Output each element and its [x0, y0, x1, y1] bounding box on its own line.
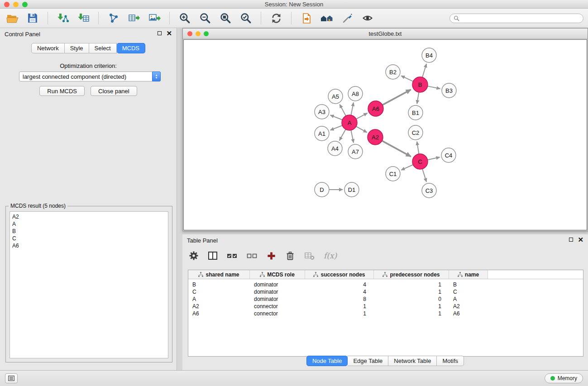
mcds-result-item[interactable]: A6 [10, 242, 168, 249]
task-history-button[interactable] [5, 373, 18, 383]
optimization-criterion-select[interactable]: largest connected component (directed) ▲… [19, 71, 161, 81]
zoom-out-button[interactable] [198, 11, 212, 25]
mcds-result-item[interactable]: A [10, 220, 168, 228]
mcds-result-item[interactable]: A2 [10, 213, 168, 220]
show-details-button[interactable] [361, 11, 374, 25]
home-button[interactable] [320, 11, 334, 25]
float-panel-icon[interactable] [158, 31, 162, 35]
graph-edge-B-B3[interactable] [428, 86, 440, 89]
graph-node-A1[interactable]: A1 [315, 126, 329, 141]
graph-edge-A-A8[interactable] [351, 103, 354, 115]
open-session-button[interactable] [5, 11, 19, 25]
minimize-window-button[interactable] [13, 2, 19, 7]
graph-node-B3[interactable]: B3 [442, 83, 456, 98]
graph-node-A4[interactable]: A4 [328, 141, 342, 156]
float-table-panel-icon[interactable] [569, 238, 573, 242]
table-row[interactable]: A2connector11A2 [188, 303, 583, 310]
graph-edge-C-C3[interactable] [422, 169, 426, 182]
network-canvas[interactable]: B4B2BB3A5A8A6B1A3AC2A1A2A4A7C1CC4C3DD1 [183, 39, 587, 230]
run-mcds-button[interactable]: Run MCDS [39, 86, 85, 96]
tab-select[interactable]: Select [89, 43, 117, 53]
select-all-button[interactable] [227, 252, 238, 260]
graph-node-D1[interactable]: D1 [344, 182, 359, 197]
memory-button[interactable]: Memory [545, 373, 583, 383]
graph-edge-C-C4[interactable] [428, 157, 440, 160]
graph-edge-B-B2[interactable] [401, 76, 413, 81]
graph-node-C3[interactable]: C3 [422, 183, 436, 198]
graph-edge-A-A5[interactable] [339, 105, 346, 116]
graph-edge-B-B1[interactable] [417, 92, 419, 104]
mcds-result-item[interactable]: B [10, 228, 168, 235]
graph-edge-A6-B[interactable] [382, 90, 411, 105]
delete-table-button[interactable] [304, 251, 315, 260]
table-row[interactable]: Cdominator41C [188, 288, 583, 295]
close-table-panel-icon[interactable]: ✕ [578, 237, 583, 242]
graph-node-B4[interactable]: B4 [422, 48, 436, 62]
zoom-network-window-button[interactable] [204, 31, 209, 36]
graph-edge-A-A2[interactable] [356, 126, 367, 132]
delete-column-button[interactable] [285, 251, 295, 261]
graph-node-C[interactable]: C [412, 154, 428, 169]
column-header-mcds-role[interactable]: MCDS role [250, 270, 305, 279]
refresh-button[interactable] [269, 11, 283, 25]
graph-edge-A-A4[interactable] [339, 129, 346, 141]
graph-edge-A2-C[interactable] [382, 141, 411, 157]
graph-node-A8[interactable]: A8 [348, 86, 363, 101]
zoom-fit-button[interactable] [219, 11, 232, 25]
tab-network[interactable]: Network [31, 43, 65, 53]
column-header-predecessor-nodes[interactable]: predecessor nodes [374, 270, 449, 279]
deselect-all-button[interactable] [247, 252, 258, 260]
graph-edge-A-A7[interactable] [351, 130, 354, 143]
graph-node-C4[interactable]: C4 [441, 148, 456, 162]
graph-edge-A-A6[interactable] [356, 113, 367, 119]
tab-network-table[interactable]: Network Table [388, 356, 437, 366]
graph-node-C1[interactable]: C1 [386, 167, 400, 181]
new-network-button[interactable] [107, 11, 120, 25]
graph-node-B[interactable]: B [412, 77, 428, 92]
graph-node-A3[interactable]: A3 [315, 105, 329, 119]
graph-node-A[interactable]: A [342, 115, 357, 130]
table-row[interactable]: A6connector11A6 [188, 310, 583, 317]
close-network-window-button[interactable] [187, 31, 192, 36]
graph-node-D[interactable]: D [315, 182, 329, 197]
column-header-shared-name[interactable]: shared name [188, 270, 250, 279]
tab-node-table[interactable]: Node Table [306, 356, 348, 366]
wand-button[interactable] [340, 11, 354, 25]
graph-node-A2[interactable]: A2 [368, 129, 383, 145]
minimize-network-window-button[interactable] [196, 31, 201, 36]
graph-edge-C-C1[interactable] [401, 165, 413, 170]
graph-node-A7[interactable]: A7 [348, 144, 363, 159]
mcds-result-item[interactable]: C [10, 235, 168, 242]
close-panel-button[interactable]: Close panel [91, 86, 137, 96]
tab-motifs[interactable]: Motifs [437, 356, 464, 366]
graph-edge-A-A1[interactable] [330, 125, 343, 130]
column-header-name[interactable]: name [449, 270, 488, 279]
graph-edge-C-C2[interactable] [417, 142, 419, 154]
table-settings-button[interactable] [189, 251, 199, 261]
function-builder-button[interactable]: f(x) [324, 251, 337, 260]
document-button[interactable] [300, 11, 313, 25]
save-session-button[interactable] [26, 11, 39, 25]
add-column-button[interactable] [267, 251, 276, 261]
table-row[interactable]: Bdominator41B [188, 281, 583, 288]
column-visibility-button[interactable] [208, 251, 218, 260]
graph-edge-B-B4[interactable] [422, 64, 426, 77]
tab-edge-table[interactable]: Edge Table [348, 356, 388, 366]
graph-edge-A-A3[interactable] [330, 115, 343, 119]
export-table-button[interactable] [127, 11, 141, 25]
zoom-window-button[interactable] [22, 2, 28, 7]
close-window-button[interactable] [4, 2, 10, 7]
tab-style[interactable]: Style [65, 43, 89, 53]
column-header-successor-nodes[interactable]: successor nodes [305, 270, 374, 279]
graph-node-A5[interactable]: A5 [328, 89, 343, 104]
close-panel-icon[interactable]: ✕ [166, 31, 172, 36]
zoom-in-button[interactable] [178, 11, 191, 25]
mcds-result-list[interactable]: A2ABCA6 [10, 211, 168, 358]
import-network-button[interactable] [56, 11, 70, 25]
graph-node-A6[interactable]: A6 [368, 101, 383, 116]
zoom-selected-button[interactable] [239, 11, 253, 25]
graph-node-B1[interactable]: B1 [408, 105, 423, 120]
export-image-button[interactable] [148, 11, 161, 25]
table-row[interactable]: Adominator80A [188, 295, 583, 303]
import-table-button[interactable] [76, 11, 90, 25]
